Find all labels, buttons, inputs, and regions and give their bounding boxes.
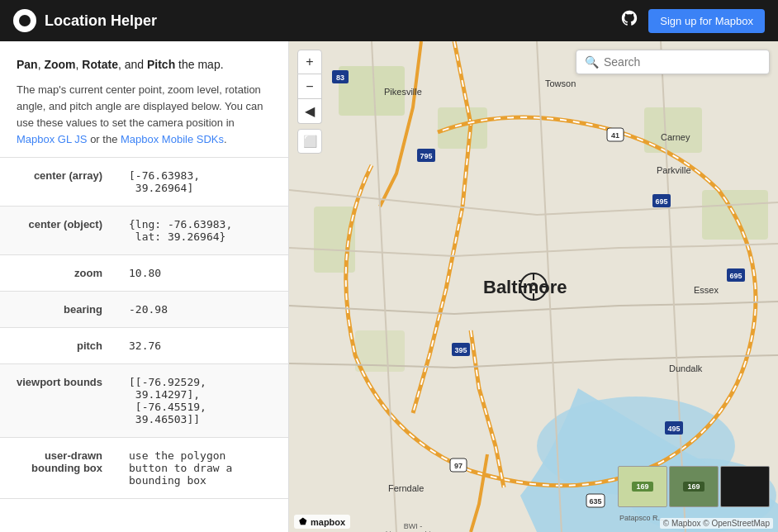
- app-logo: [13, 9, 36, 32]
- mapbox-gl-js-link[interactable]: Mapbox GL JS: [17, 133, 88, 145]
- svg-text:Dundalk: Dundalk: [669, 363, 703, 373]
- main-layout: Pan, Zoom, Rotate, and Pitch the map. Th…: [0, 41, 778, 532]
- search-input[interactable]: [604, 55, 761, 69]
- signup-button[interactable]: Sign up for Mapbox: [648, 9, 765, 33]
- table-cell-label: bearing: [0, 291, 116, 327]
- map-controls: + − ◀ ⬜: [297, 50, 322, 154]
- table-cell-label: zoom: [0, 254, 116, 291]
- table-row: center (object){lng: -76.63983, lat: 39.…: [0, 206, 288, 254]
- table-cell-label: pitch: [0, 327, 116, 363]
- table-cell-value: 32.76: [116, 327, 288, 363]
- header-left: Location Helper: [13, 9, 157, 32]
- svg-text:Essex: Essex: [694, 285, 719, 295]
- svg-text:83: 83: [336, 74, 344, 82]
- table-cell-value: -20.98: [116, 291, 288, 327]
- table-row: zoom10.80: [0, 254, 288, 291]
- app-header: Location Helper Sign up for Mapbox: [0, 0, 778, 41]
- table-cell-value: [-76.63983, 39.26964]: [116, 158, 288, 207]
- table-cell-value: use the polygon button to draw a boundin…: [116, 437, 288, 498]
- app-title: Location Helper: [45, 12, 157, 30]
- logo-inner: [19, 15, 31, 26]
- map-style-thumbnail-light[interactable]: 169: [618, 466, 667, 507]
- svg-text:695: 695: [729, 272, 742, 280]
- table-row: center (array)[-76.63983, 39.26964]: [0, 158, 288, 207]
- svg-text:Patapsco R...: Patapsco R...: [619, 514, 664, 522]
- svg-text:Ferndale: Ferndale: [388, 483, 424, 493]
- intro-section: Pan, Zoom, Rotate, and Pitch the map. Th…: [0, 41, 288, 158]
- table-cell-label: center (array): [0, 158, 116, 207]
- data-table: center (array)[-76.63983, 39.26964]cente…: [0, 158, 288, 499]
- mapbox-logo-icon: ⬟: [299, 516, 307, 527]
- svg-text:Parkville: Parkville: [657, 165, 691, 175]
- table-row: user-drawn bounding boxuse the polygon b…: [0, 437, 288, 498]
- table-cell-label: center (object): [0, 206, 116, 254]
- svg-text:BWI -: BWI -: [404, 522, 423, 530]
- map-style-thumbnail-dark[interactable]: [720, 466, 770, 507]
- table-body: center (array)[-76.63983, 39.26964]cente…: [0, 158, 288, 499]
- github-icon[interactable]: [620, 9, 638, 32]
- svg-text:695: 695: [655, 197, 667, 206]
- table-row: viewport bounds[[-76.92529, 39.14297], […: [0, 363, 288, 437]
- table-cell-label: user-drawn bounding box: [0, 437, 116, 498]
- table-cell-label: viewport bounds: [0, 363, 116, 437]
- table-cell-value: {lng: -76.63983, lat: 39.26964}: [116, 206, 288, 254]
- map-style-thumbnail-satellite[interactable]: 169: [669, 466, 719, 507]
- north-button[interactable]: ◀: [297, 99, 322, 124]
- table-cell-value: [[-76.92529, 39.14297], [-76.45519, 39.4…: [116, 363, 288, 437]
- svg-text:Towson: Towson: [545, 78, 576, 88]
- svg-text:41: 41: [611, 131, 619, 140]
- left-panel: Pan, Zoom, Rotate, and Pitch the map. Th…: [0, 41, 289, 532]
- intro-title: Pan, Zoom, Rotate, and Pitch the map.: [17, 56, 272, 74]
- svg-text:Carney: Carney: [661, 132, 690, 142]
- map-attribution: © Mapbox © OpenStreetMap: [660, 518, 773, 529]
- mapbox-mobile-sdks-link[interactable]: Mapbox Mobile SDKs: [121, 133, 224, 145]
- svg-text:97: 97: [454, 462, 463, 470]
- table-row: bearing-20.98: [0, 291, 288, 327]
- search-bar[interactable]: 🔍: [576, 50, 770, 74]
- svg-text:395: 395: [454, 346, 467, 354]
- search-icon: 🔍: [585, 55, 599, 69]
- intro-description: The map's current center point, zoom lev…: [17, 82, 272, 149]
- svg-text:635: 635: [589, 497, 601, 506]
- zoom-out-button[interactable]: −: [297, 74, 322, 99]
- map-area[interactable]: Pikesville Towson Carney Parkville Essex…: [289, 41, 778, 532]
- mapbox-logo: ⬟ mapbox: [294, 515, 350, 529]
- svg-text:795: 795: [420, 152, 432, 160]
- mapbox-logo-text: mapbox: [311, 517, 345, 527]
- frame-button[interactable]: ⬜: [297, 129, 322, 154]
- header-right: Sign up for Mapbox: [620, 9, 765, 33]
- svg-text:495: 495: [667, 425, 680, 433]
- table-cell-value: 10.80: [116, 254, 288, 291]
- zoom-in-button[interactable]: +: [297, 50, 322, 74]
- svg-text:Pikesville: Pikesville: [384, 87, 422, 97]
- svg-point-39: [530, 283, 537, 290]
- thumbnail-strip: 169 169: [618, 466, 770, 507]
- table-row: pitch32.76: [0, 327, 288, 363]
- map-crosshair: [519, 272, 548, 302]
